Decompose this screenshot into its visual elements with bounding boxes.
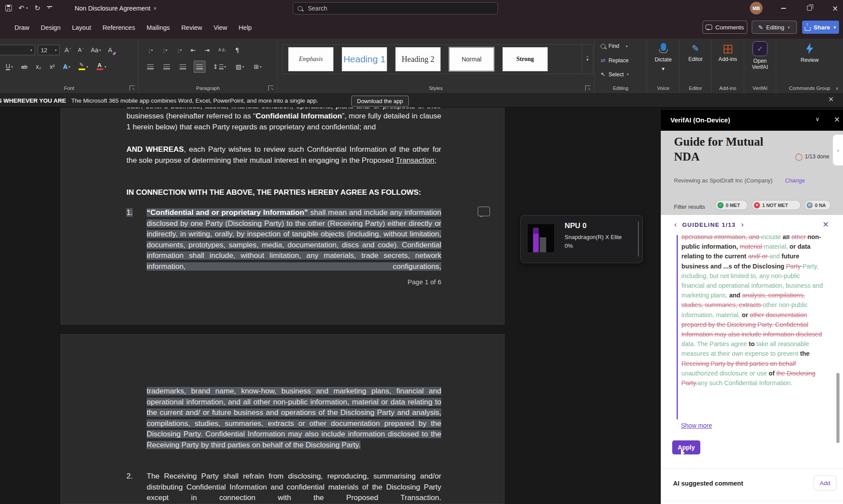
change-case-button[interactable]: Aa [89,44,103,56]
align-right-button[interactable] [177,61,188,72]
save-icon[interactable] [5,5,12,11]
close-button[interactable] [828,0,843,16]
superscript-button[interactable]: x² [47,61,57,72]
panel-expand-tab[interactable] [833,135,843,165]
dictate-button[interactable]: Dictate [647,43,679,72]
guide-summary-card: Guide for Mutual NDA 1/13 done Reviewing… [661,131,843,215]
select-button[interactable]: Select [601,71,629,78]
download-app-button[interactable]: Download the app [351,96,409,107]
next-guideline-icon[interactable] [741,220,744,229]
filter-na-pill[interactable]: 0 NA [804,200,831,210]
style-normal[interactable]: Normal [449,47,494,71]
clear-formatting-button[interactable] [106,44,115,56]
document-title[interactable]: Non Disclosure Agreement [75,0,157,16]
styles-gallery-more-button[interactable] [582,45,593,74]
open-verifai-button[interactable]: Open VerifAI [744,41,776,70]
numbered-list-button[interactable] [159,44,169,56]
shrink-font-button[interactable] [76,44,86,56]
npu-graph-bar [540,237,546,252]
font-dialog-launcher-icon[interactable] [130,86,135,91]
addins-button[interactable]: Add-ins [712,43,744,62]
font-color-button[interactable] [94,61,108,72]
review-command-button[interactable]: Review [776,43,843,63]
change-link[interactable]: Change [785,177,805,184]
previous-guideline-icon[interactable] [674,220,677,229]
find-button[interactable]: Find [601,43,627,49]
style-strong[interactable]: Strong [502,47,548,71]
guideline-close-icon[interactable] [822,219,829,229]
paragraph-dialog-launcher-icon[interactable] [268,86,274,91]
select-icon [601,71,605,78]
share-icon [805,27,811,31]
underline-button[interactable]: U [4,61,15,72]
font-name-combo[interactable] [0,45,35,55]
comment-icon [706,25,712,30]
share-button[interactable]: Share [802,21,839,34]
text-effects-button[interactable]: A [61,61,72,72]
style-heading2[interactable]: Heading 2 [395,47,441,71]
borders-button[interactable] [252,61,264,72]
collapse-ribbon-icon[interactable] [836,86,839,91]
not-met-x-icon [754,202,760,208]
document-page-1[interactable]: each other’s business, assets, financial… [61,107,504,325]
tab-review[interactable]: Review [176,24,208,31]
align-center-button[interactable] [161,61,172,72]
show-more-link[interactable]: Show more [681,422,712,429]
banner-close-icon[interactable] [828,95,834,103]
tab-draw[interactable]: Draw [9,24,35,31]
tab-design[interactable]: Design [35,24,66,31]
promo-banner: S WHEREVER YOU ARE The Microsoft 365 mob… [0,94,843,107]
style-heading1[interactable]: Heading 1 [342,47,387,71]
redline-text: operational information, and include all… [681,235,824,388]
filter-not-met-pill[interactable]: 1 NOT MET [752,200,801,210]
increase-indent-button[interactable] [202,44,212,56]
tab-mailings[interactable]: Mailings [141,24,176,31]
replace-button[interactable]: Replace [601,57,629,64]
tab-layout[interactable]: Layout [66,24,97,31]
apply-button[interactable]: Apply [672,440,700,454]
subscript-button[interactable]: x₂ [34,61,43,72]
comments-button[interactable]: Comments [702,21,747,34]
ai-suggested-comment-label: AI suggested comment [673,480,743,487]
panel-scrollbar[interactable] [836,373,839,443]
minimize-button[interactable] [776,0,791,16]
font-size-combo[interactable]: 12 [38,45,60,55]
editor-button[interactable]: Editor [680,43,711,62]
line-spacing-button[interactable] [211,61,228,72]
show-paragraph-marks-button[interactable] [233,44,241,56]
customize-toolbar-icon[interactable] [47,6,52,11]
justify-button[interactable] [194,61,205,73]
align-left-button[interactable] [145,61,156,72]
search-input[interactable] [293,2,498,14]
style-emphasis[interactable]: Emphasis [288,47,334,71]
add-comment-button[interactable]: Add [814,475,836,490]
undo-dropdown-icon[interactable] [26,6,28,10]
tab-view[interactable]: View [208,24,233,31]
tab-help[interactable]: Help [233,24,258,31]
replace-icon [601,57,605,64]
editing-mode-button[interactable]: Editing [752,21,797,34]
search-field[interactable] [307,4,493,12]
highlight-color-button[interactable] [76,61,90,72]
tab-references[interactable]: References [97,24,141,31]
document-page-2[interactable]: trademarks, brand name, know-how, busine… [61,334,504,504]
redo-icon[interactable] [34,5,40,12]
undo-icon[interactable] [18,5,24,12]
shading-button[interactable] [234,61,246,72]
sort-button[interactable] [216,44,229,56]
filter-met-pill[interactable]: 0 MET [715,200,748,210]
npu-graph-spike [533,228,539,252]
restore-button[interactable] [802,0,817,16]
strikethrough-button[interactable]: ab [19,61,29,72]
comment-marker-icon[interactable] [478,207,490,216]
npu-usage-graph [528,224,554,252]
panel-collapse-icon[interactable] [815,116,820,122]
styles-dialog-launcher-icon[interactable] [585,86,591,91]
decrease-indent-button[interactable] [188,44,198,56]
multilevel-list-button[interactable] [174,44,184,56]
grow-font-button[interactable] [62,44,73,56]
addins-grid-icon [724,45,732,54]
bullet-list-button[interactable] [145,44,155,56]
panel-close-icon[interactable] [834,115,840,124]
avatar[interactable]: MB [750,2,763,14]
